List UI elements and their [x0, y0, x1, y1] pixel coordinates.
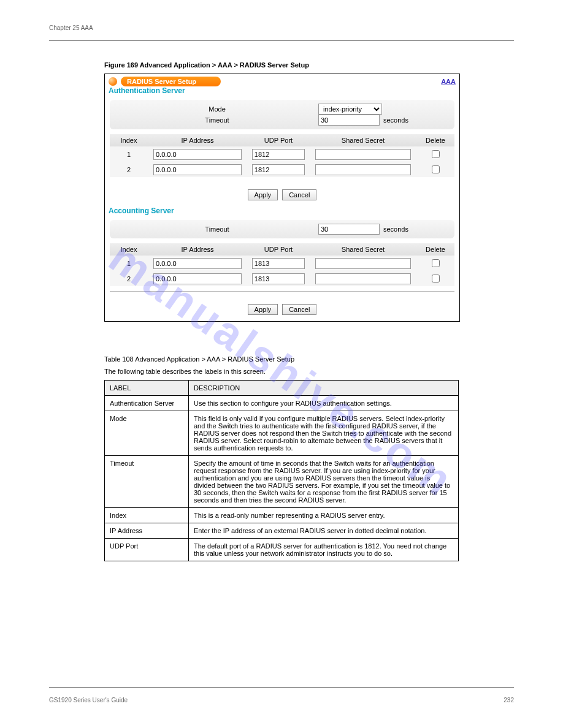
- desc-col-label: LABEL: [105, 381, 189, 396]
- acct-del-1[interactable]: [432, 259, 440, 267]
- auth-ip-2[interactable]: [153, 164, 242, 175]
- acct-settings-panel: Timeout seconds: [110, 220, 454, 238]
- col-port: UDP Port: [247, 243, 310, 256]
- acct-ip-1[interactable]: [153, 258, 242, 269]
- col-index: Index: [110, 243, 148, 256]
- table-row: ModeThis field is only valid if you conf…: [105, 411, 459, 456]
- label-cell: Timeout: [105, 456, 189, 508]
- table-row: UDP PortThe default port of a RADIUS ser…: [105, 539, 459, 561]
- desc-cell: Specify the amount of time in seconds th…: [189, 456, 459, 508]
- col-ip: IP Address: [148, 243, 247, 256]
- label-cell: IP Address: [105, 523, 189, 539]
- desc-col-desc: DESCRIPTION: [189, 381, 459, 396]
- idx-cell: 1: [110, 256, 148, 271]
- idx-cell: 2: [110, 162, 148, 177]
- auth-timeout-unit: seconds: [383, 116, 408, 124]
- desc-cell: The default port of a RADIUS server for …: [189, 539, 459, 561]
- col-port: UDP Port: [247, 134, 310, 146]
- figure-caption: Figure 169 Advanced Application > AAA > …: [104, 61, 309, 69]
- auth-server-table: Index IP Address UDP Port Shared Secret …: [110, 134, 454, 177]
- header-left: Chapter 25 AAA: [49, 25, 93, 31]
- acct-apply-button[interactable]: Apply: [248, 304, 278, 315]
- table-row: IP AddressEnter the IP address of an ext…: [105, 523, 459, 539]
- globe-icon: [109, 77, 117, 86]
- auth-settings-panel: Mode index-priority Timeout seconds: [110, 100, 454, 129]
- desc-cell: Enter the IP address of an external RADI…: [189, 523, 459, 539]
- acct-secret-2[interactable]: [315, 273, 411, 284]
- auth-secret-1[interactable]: [315, 149, 411, 160]
- label-cell: Index: [105, 508, 189, 523]
- col-secret: Shared Secret: [310, 134, 416, 146]
- acct-timeout-input[interactable]: [318, 224, 380, 235]
- col-secret: Shared Secret: [310, 243, 416, 256]
- label-cell: Authentication Server: [105, 396, 189, 411]
- col-delete: Delete: [416, 243, 454, 256]
- auth-timeout-input[interactable]: [318, 115, 380, 126]
- aaa-link[interactable]: AAA: [441, 78, 456, 85]
- auth-cancel-button[interactable]: Cancel: [282, 189, 316, 200]
- acct-timeout-label: Timeout: [116, 224, 318, 235]
- table-intro-text: The following table describes the labels…: [104, 368, 266, 375]
- header-rule: [49, 40, 514, 40]
- footer-rule: [49, 688, 514, 688]
- table-row: TimeoutSpecify the amount of time in sec…: [105, 456, 459, 508]
- col-delete: Delete: [416, 134, 454, 146]
- auth-port-2[interactable]: [252, 164, 305, 175]
- table-row: Authentication ServerUse this section to…: [105, 396, 459, 411]
- label-cell: Mode: [105, 411, 189, 456]
- mode-label: Mode: [116, 104, 318, 115]
- auth-del-2[interactable]: [432, 165, 440, 173]
- table-row: 2: [110, 271, 454, 286]
- acct-cancel-button[interactable]: Cancel: [282, 304, 316, 315]
- auth-ip-1[interactable]: [153, 149, 242, 160]
- acct-server-heading: Accounting Server: [105, 207, 459, 218]
- col-ip: IP Address: [148, 134, 247, 146]
- table-caption: Table 108 Advanced Application > AAA > R…: [104, 355, 294, 363]
- acct-secret-1[interactable]: [315, 258, 411, 269]
- col-index: Index: [110, 134, 148, 146]
- label-cell: UDP Port: [105, 539, 189, 561]
- auth-secret-2[interactable]: [315, 164, 411, 175]
- panel-title: RADIUS Server Setup: [121, 77, 221, 86]
- desc-cell: Use this section to configure your RADIU…: [189, 396, 459, 411]
- footer-left: GS1920 Series User's Guide: [49, 697, 128, 703]
- acct-port-2[interactable]: [252, 273, 305, 284]
- auth-apply-button[interactable]: Apply: [248, 189, 278, 200]
- acct-del-2[interactable]: [432, 275, 440, 282]
- idx-cell: 2: [110, 271, 148, 286]
- table-row: 2: [110, 162, 454, 177]
- auth-timeout-label: Timeout: [116, 115, 318, 126]
- desc-cell: This is a read-only number representing …: [189, 508, 459, 523]
- acct-server-table: Index IP Address UDP Port Shared Secret …: [110, 243, 454, 286]
- mode-select[interactable]: index-priority: [318, 104, 382, 115]
- auth-port-1[interactable]: [252, 149, 305, 160]
- table-row: 1: [110, 256, 454, 271]
- table-row: 1: [110, 146, 454, 162]
- description-table: LABEL DESCRIPTION Authentication ServerU…: [104, 380, 459, 561]
- acct-ip-2[interactable]: [153, 273, 242, 284]
- acct-port-1[interactable]: [252, 258, 305, 269]
- desc-cell: This field is only valid if you configur…: [189, 411, 459, 456]
- idx-cell: 1: [110, 146, 148, 162]
- auth-server-heading: Authentication Server: [105, 86, 459, 97]
- table-row: IndexThis is a read-only number represen…: [105, 508, 459, 523]
- acct-timeout-unit: seconds: [383, 226, 408, 233]
- radius-setup-screenshot: RADIUS Server Setup AAA Authentication S…: [104, 74, 460, 322]
- auth-del-1[interactable]: [432, 150, 440, 158]
- divider: [110, 291, 454, 292]
- footer-right: 232: [504, 697, 514, 703]
